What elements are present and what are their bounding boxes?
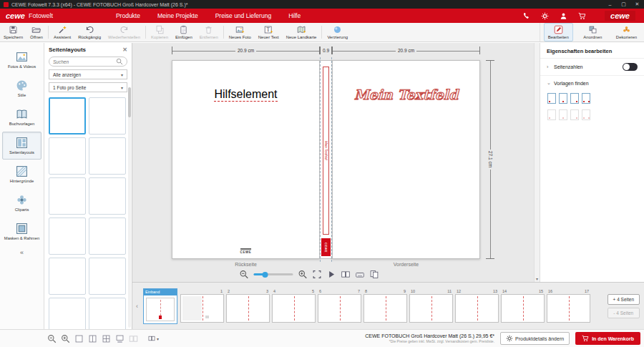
double-page-view-icon[interactable] (341, 270, 350, 279)
minimize-button[interactable]: – (603, 0, 617, 9)
layout-thumbnail[interactable] (49, 177, 86, 215)
sidebar-collapse-button[interactable]: « (0, 249, 44, 256)
zoom-in-icon[interactable] (61, 334, 70, 343)
sidebar-item-fotos-videos[interactable]: Fotos & Videos (2, 46, 42, 74)
layout-thumbnail[interactable] (49, 298, 86, 329)
page-numbers-toggle[interactable] (623, 63, 638, 71)
sidebar-item-buchvorlagen[interactable]: Buchvorlagen (2, 103, 42, 131)
book-canvas[interactable]: 20.9 cm 0.9 20.9 cm Hilfselement CEWE Me… (132, 43, 534, 282)
zoom-out-icon[interactable] (239, 270, 248, 279)
toolbar-verzierung-button[interactable]: Verzierung (323, 23, 351, 41)
tab-bearbeiten[interactable]: Bearbeiten (544, 23, 573, 41)
layout-thumbnail[interactable] (49, 218, 86, 255)
layout-thumbnail[interactable] (49, 97, 86, 135)
menu-meine-projekte[interactable]: Meine Projekte (157, 12, 198, 19)
layout-thumbnail[interactable] (89, 97, 126, 135)
toolbar-neue-landkarte-button[interactable]: Neue Landkarte (283, 23, 321, 41)
filmstrip-spread[interactable]: 1213 (455, 289, 499, 323)
add-to-cart-button[interactable]: In den Warenkorb (575, 332, 640, 345)
filmstrip-spread[interactable]: 89 (364, 289, 407, 323)
filmstrip-spread[interactable]: 23 (226, 289, 270, 323)
filmstrip-spread[interactable]: 1011 (409, 289, 453, 323)
filmstrip-spread[interactable]: 1617 (547, 289, 590, 323)
page-number-template-icon[interactable] (547, 93, 556, 104)
spread-view-dropdown[interactable]: ▾ (148, 335, 159, 342)
page-number-template-icon[interactable] (559, 93, 567, 104)
filmstrip-spread[interactable]: 45 (272, 289, 316, 323)
tab-anordnen[interactable]: Anordnen (580, 23, 605, 41)
view-double-icon[interactable] (88, 334, 97, 343)
zoom-slider[interactable] (253, 273, 293, 275)
close-button[interactable]: ✕ (630, 0, 644, 9)
photos-per-page-select[interactable]: 1 Foto pro Seite▾ (49, 82, 127, 92)
toolbar-rueckgaengig-button[interactable]: Rückgängig (74, 23, 104, 41)
filmstrip-spread[interactable]: 1415 (501, 289, 545, 323)
account-icon[interactable] (560, 12, 567, 20)
layout-thumbnail[interactable] (89, 137, 126, 175)
back-cover-page[interactable]: Hilfselement CEWE (172, 60, 320, 259)
zoom-slider-knob[interactable] (263, 272, 268, 278)
view-grid-icon[interactable] (102, 334, 111, 343)
sidebar-item-cliparts[interactable]: Cliparts (2, 189, 42, 217)
cover-text-field[interactable]: Mein Textfeld (333, 87, 479, 102)
book-spine[interactable]: Mein Textfeld CEWE (320, 60, 332, 259)
toolbar-neuer-text-button[interactable]: TNeuer Text (255, 23, 283, 41)
search-input[interactable] (53, 59, 116, 64)
phone-icon[interactable] (522, 12, 530, 20)
maximize-button[interactable]: ▢ (617, 0, 630, 9)
close-icon[interactable]: ✕ (122, 47, 127, 53)
cart-icon[interactable] (578, 12, 586, 20)
cewe-imprint: CEWE (240, 248, 252, 254)
cover-spread[interactable]: Hilfselement CEWE Mein Textfeld CEWE Mei… (172, 60, 480, 259)
view-strip-icon[interactable] (115, 334, 125, 343)
spine-cewe-logo: CEWE (321, 238, 331, 256)
properties-panel-title: Eigenschaften bearbeiten (540, 43, 644, 59)
layout-thumbnail[interactable] (49, 137, 86, 175)
canvas-scrollbar[interactable]: ▾ (534, 43, 540, 282)
toolbar-oeffnen-button[interactable]: Öffnen (26, 23, 47, 41)
spine-text-field[interactable]: Mein Textfeld (323, 67, 329, 235)
layouts-scrollbar[interactable] (128, 87, 131, 328)
product-details-button[interactable]: Produktdetails ändern (500, 332, 570, 345)
layout-search[interactable] (49, 57, 127, 67)
toolbar-speichern-button[interactable]: Speichern (0, 23, 26, 41)
helper-text-element[interactable]: Hilfselement (172, 88, 319, 101)
scroll-down-icon[interactable]: ▾ (535, 276, 540, 281)
menu-hilfe[interactable]: Hilfe (288, 12, 301, 19)
sidebar-item-hintergruende[interactable]: Hintergründe (2, 160, 42, 188)
menu-preise-und-lieferung[interactable]: Preise und Lieferung (215, 12, 271, 19)
menu-produkte[interactable]: Produkte (116, 12, 140, 19)
toolbar-einfuegen-button[interactable]: Einfügen (172, 23, 196, 41)
layout-thumbnail[interactable] (89, 218, 126, 255)
sidebar-item-seitenlayouts[interactable]: Seitenlayouts (2, 132, 42, 160)
layout-thumbnail[interactable] (49, 258, 86, 295)
layout-thumbnail[interactable] (89, 258, 126, 295)
view-single-icon[interactable] (74, 334, 84, 343)
page-number-template-icon[interactable] (582, 93, 590, 104)
filmstrip-spread[interactable]: 1 (180, 289, 224, 323)
copy-pages-icon[interactable] (369, 270, 379, 279)
page-number-template-icon[interactable] (570, 93, 579, 104)
filmstrip-spread[interactable]: 67 (318, 289, 361, 323)
fullscreen-icon[interactable] (312, 270, 321, 279)
layout-thumbnail[interactable] (89, 177, 126, 215)
zoom-in-icon[interactable] (298, 270, 307, 279)
cover-thumbnail[interactable]: Einband (143, 288, 177, 324)
toolbar-assistent-button[interactable]: Assistent (50, 23, 74, 41)
find-templates-section[interactable]: ⌄ Vorlagen finden (540, 76, 644, 90)
add-pages-button[interactable]: + 4 Seiten (608, 294, 640, 305)
sidebar-item-stile[interactable]: Stile (2, 74, 42, 102)
cover-thumbnail-preview (146, 298, 175, 321)
keyboard-icon[interactable] (355, 270, 364, 279)
page-numbers-section[interactable]: › Seitenzahlen (540, 59, 644, 76)
toolbar-neues-foto-button[interactable]: Neues Foto (225, 23, 255, 41)
sidebar-item-masken-rahmen[interactable]: Masken & Rahmen (2, 218, 42, 245)
category-filter-select[interactable]: Alle anzeigen▾ (49, 69, 127, 79)
layout-thumbnail[interactable] (89, 298, 126, 329)
front-cover-page[interactable]: Mein Textfeld (332, 60, 480, 259)
preview-play-icon[interactable] (326, 270, 336, 279)
gear-icon[interactable] (541, 12, 549, 20)
tab-dekorieren[interactable]: Dekorieren (613, 23, 640, 41)
filmstrip-scroll-left-icon[interactable]: ‹ (134, 303, 140, 310)
zoom-out-icon[interactable] (47, 334, 57, 343)
